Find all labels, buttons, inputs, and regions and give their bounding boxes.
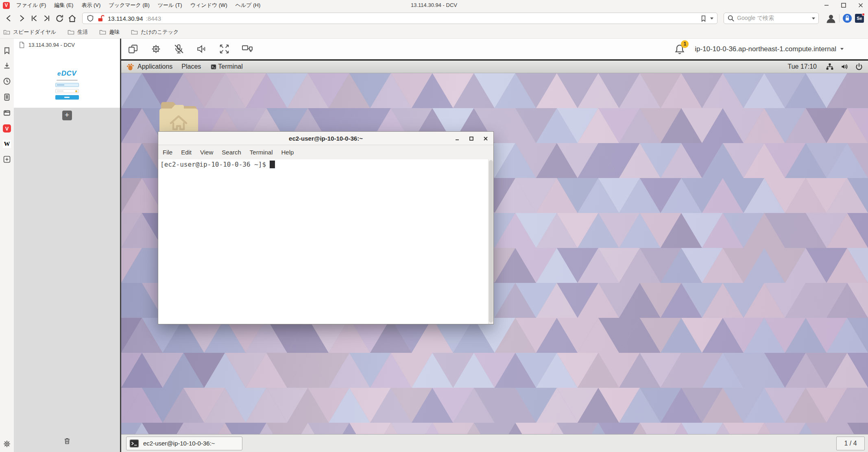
menu-bookmarks[interactable]: ブックマーク (B): [109, 2, 149, 9]
remote-desktop-viewport[interactable]: Applications Places Terminal Tue 17:10: [121, 59, 868, 452]
bookmark-folder-speeddial[interactable]: スピードダイヤル: [3, 28, 56, 36]
menu-help[interactable]: ヘルプ (H): [236, 2, 261, 9]
se-extension-icon[interactable]: Se: [855, 14, 864, 23]
gnome-taskbar: ec2-user@ip-10-10-0-36:~ 1 / 4: [121, 434, 868, 452]
dcv-login-thumbnail: eDCV: [14, 70, 120, 100]
bookmark-page-icon[interactable]: [700, 15, 707, 22]
session-host-dropdown[interactable]: ip-10-10-0-36.ap-northeast-1.compute.int…: [695, 45, 844, 53]
window-maximize-button[interactable]: [840, 2, 847, 9]
panel-clock[interactable]: Tue 17:10: [788, 63, 817, 70]
panel-tab-card[interactable]: 13.114.30.94 - DCV eDCV: [14, 39, 120, 108]
reload-icon[interactable]: [55, 13, 64, 23]
search-box[interactable]: Google で検索: [724, 13, 819, 24]
microphone-muted-icon[interactable]: [173, 43, 185, 54]
terminal-menu-terminal[interactable]: Terminal: [250, 149, 273, 156]
terminal-cursor: [270, 161, 275, 168]
terminal-maximize-button[interactable]: [469, 136, 474, 141]
bookmark-folder-life[interactable]: 生活: [68, 28, 88, 36]
insecure-lock-icon[interactable]: [97, 15, 105, 22]
menu-edit[interactable]: 編集 (E): [54, 2, 73, 9]
terminal-menu-edit[interactable]: Edit: [181, 149, 192, 156]
bookmark-folder-takenoko-tech[interactable]: たけのこテック: [131, 28, 179, 36]
applications-menu-icon[interactable]: [126, 63, 134, 71]
terminal-scrollbar-thumb[interactable]: [489, 160, 493, 323]
rewind-icon[interactable]: [29, 13, 39, 23]
terminal-close-button[interactable]: [483, 136, 489, 141]
multi-display-icon[interactable]: [241, 43, 253, 54]
thumb-password-field: [55, 89, 79, 93]
taskbar-window-button[interactable]: ec2-user@ip-10-10-0-36:~: [126, 437, 242, 450]
add-webpanel-icon[interactable]: [3, 155, 11, 163]
terminal-titlebar[interactable]: ec2-user@ip-10-10-0-36:~: [158, 132, 493, 145]
forward-icon[interactable]: [17, 13, 26, 23]
notification-count-badge: 1: [681, 40, 689, 48]
menu-file[interactable]: ファイル (F): [16, 2, 46, 9]
gnome-top-panel: Applications Places Terminal Tue 17:10: [121, 61, 868, 73]
browser-toolbar: 13.114.30.94 :8443 Google で検索 Se: [0, 11, 868, 26]
terminal-menu-file[interactable]: File: [163, 149, 172, 156]
window-minimize-button[interactable]: [823, 2, 830, 9]
bookmark-folder-hobby[interactable]: 趣味: [99, 28, 120, 36]
dcv-toolbar: 1 ip-10-10-0-36.ap-northeast-1.compute.i…: [121, 39, 868, 59]
shield-icon[interactable]: [86, 14, 94, 22]
search-icon[interactable]: [727, 15, 735, 22]
address-bar[interactable]: 13.114.30.94 :8443: [82, 13, 718, 24]
notifications-bell-icon[interactable]: 1: [674, 43, 685, 55]
workspace-switcher[interactable]: 1 / 4: [836, 437, 865, 450]
trash-icon[interactable]: [63, 437, 71, 445]
key-icon: [75, 90, 77, 92]
terminal-menubar: File Edit View Search Terminal Help: [158, 145, 493, 159]
terminal-title: ec2-user@ip-10-10-0-36:~: [289, 135, 363, 142]
downloads-panel-icon[interactable]: [3, 62, 11, 70]
speaker-icon[interactable]: [196, 43, 207, 54]
bookmark-dropdown-caret-icon[interactable]: [710, 17, 713, 20]
profile-avatar[interactable]: [826, 13, 836, 24]
toolbar-separator: [839, 14, 840, 22]
fullscreen-icon[interactable]: [218, 43, 230, 54]
url-host: 13.114.30.94: [108, 15, 143, 22]
vivaldi-logo-icon[interactable]: V: [3, 2, 10, 9]
dcv-logo: eDCV: [57, 70, 76, 78]
power-icon[interactable]: [855, 63, 863, 71]
settings-gear-icon[interactable]: [3, 440, 11, 448]
desktop-area[interactable]: ec2-user@ip-10-10-0-36:~ Fi: [121, 73, 868, 434]
terminal-window[interactable]: ec2-user@ip-10-10-0-36:~ Fi: [158, 131, 494, 324]
bookmarks-panel-icon[interactable]: [3, 47, 11, 55]
back-icon[interactable]: [4, 13, 14, 23]
terminal-content[interactable]: [ec2-user@ip-10-10-0-36 ~]$: [158, 159, 493, 324]
home-icon[interactable]: [67, 13, 77, 23]
terminal-minimize-button[interactable]: [454, 136, 460, 141]
wikipedia-webpanel-icon[interactable]: W: [3, 140, 11, 148]
volume-icon[interactable]: [840, 63, 848, 71]
panel-icon-strip: V W: [0, 39, 14, 452]
applications-menu[interactable]: Applications: [137, 63, 172, 70]
terminal-menu-search[interactable]: Search: [222, 149, 241, 156]
password-manager-extension-icon[interactable]: [842, 13, 852, 23]
window-panel: 13.114.30.94 - DCV eDCV +: [14, 39, 120, 452]
places-menu[interactable]: Places: [181, 63, 201, 70]
window-close-button[interactable]: [857, 2, 864, 9]
terminal-menu-help[interactable]: Help: [281, 149, 294, 156]
url-port: :8443: [146, 15, 161, 22]
vivaldi-panel-icon[interactable]: V: [3, 124, 11, 133]
clipboard-icon[interactable]: [127, 43, 139, 54]
menu-window[interactable]: ウィンドウ (W): [190, 2, 227, 9]
menu-view[interactable]: 表示 (V): [81, 2, 100, 9]
search-engine-caret-icon[interactable]: [812, 17, 815, 20]
reading-list-panel-icon[interactable]: [3, 93, 11, 101]
network-icon[interactable]: [826, 63, 834, 71]
terminal-menu-view[interactable]: View: [200, 149, 213, 156]
thumb-username-field: [55, 83, 79, 87]
terminal-applet-icon[interactable]: [211, 64, 216, 70]
windows-panel-icon[interactable]: [3, 109, 11, 117]
thumb-caption-line: [57, 80, 78, 81]
page-icon: [19, 41, 25, 48]
terminal-scrollbar[interactable]: [488, 159, 493, 324]
history-panel-icon[interactable]: [3, 77, 11, 85]
home-folder-icon[interactable]: [158, 93, 199, 134]
menu-tools[interactable]: ツール (T): [158, 2, 182, 9]
settings-gear-icon[interactable]: [150, 43, 162, 54]
fast-forward-icon[interactable]: [42, 13, 52, 23]
panel-add-tab-button[interactable]: +: [62, 111, 72, 120]
terminal-menu[interactable]: Terminal: [218, 63, 242, 70]
